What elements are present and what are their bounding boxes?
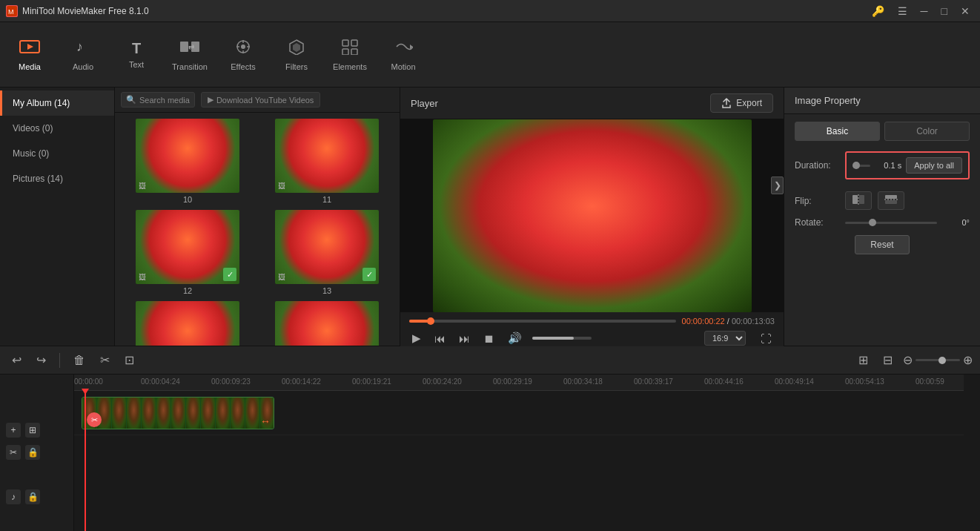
- property-section: Duration: 0.1 s Apply to all Flip:: [784, 145, 980, 266]
- split-view-button[interactable]: ⊞: [854, 350, 873, 370]
- fullscreen-button[interactable]: ⛶: [758, 331, 775, 346]
- apply-all-button[interactable]: Apply to all: [906, 157, 962, 174]
- zoom-out-button[interactable]: ⊖: [903, 353, 913, 367]
- clip-thumb: [216, 398, 231, 429]
- toolbar-item-filters[interactable]: Filters: [270, 25, 323, 85]
- progress-knob[interactable]: [427, 317, 434, 325]
- search-box[interactable]: 🔍 Search media: [121, 92, 195, 108]
- toolbar-item-text[interactable]: T Text: [110, 25, 163, 85]
- toolbar-effects-label: Effects: [231, 62, 255, 71]
- main-toolbar: Media ♪ Audio T Text ⇄ Transition Effect…: [0, 22, 980, 88]
- toolbar-item-transition[interactable]: ⇄ Transition: [163, 25, 216, 85]
- list-item[interactable]: 🖼 ✓ 14: [118, 298, 257, 346]
- lock-track-button[interactable]: 🔒: [25, 445, 40, 460]
- aspect-ratio-select[interactable]: 16:9 4:3 1:1 9:16: [704, 331, 746, 346]
- play-button[interactable]: ▶: [409, 330, 424, 346]
- timeline-tracks: ✂ ↔: [74, 391, 964, 531]
- list-item[interactable]: 🖼 ✓ 13: [257, 207, 397, 298]
- ruler-tick: 00:00:39:17: [634, 377, 673, 386]
- ruler-tick: 00:00:14:22: [282, 377, 321, 386]
- duration-knob[interactable]: [852, 162, 860, 169]
- ruler-tick: 00:00:44:16: [704, 377, 744, 386]
- check-mark: ✓: [223, 268, 236, 281]
- media-thumbnail: 🖼: [136, 119, 239, 193]
- toolbar-item-effects[interactable]: Effects: [216, 25, 270, 85]
- tab-color[interactable]: Color: [884, 122, 970, 141]
- toolbar-item-audio[interactable]: ♪ Audio: [56, 25, 110, 85]
- transition-icon: ⇄: [179, 39, 200, 59]
- next-button[interactable]: ⏭: [456, 331, 473, 346]
- playhead[interactable]: [85, 391, 86, 531]
- add-media-secondary-button[interactable]: ⊞: [25, 423, 40, 438]
- add-media-button[interactable]: +: [6, 423, 21, 438]
- cut-button[interactable]: ✂: [96, 350, 114, 370]
- sidebar-item-my-album[interactable]: My Album (14): [0, 90, 114, 116]
- property-tabs: Basic Color: [784, 114, 980, 145]
- flip-vertical-icon: [884, 194, 898, 205]
- timeline-area: ↩ ↪ 🗑 ✂ ⊡ ⊞ ⊟ ⊖ ⊕ + ⊞: [0, 346, 980, 531]
- video-clip[interactable]: ✂ ↔: [82, 397, 274, 429]
- menu-button[interactable]: ☰: [893, 4, 912, 19]
- tab-basic[interactable]: Basic: [795, 122, 880, 141]
- toolbar-item-media[interactable]: Media: [3, 25, 56, 85]
- player-area: Player Export 00:00:00:22 / 00:00:13:03: [400, 88, 784, 346]
- duration-value: 0.1 s: [875, 161, 901, 170]
- list-item[interactable]: 🖼 ✓ 12: [118, 207, 257, 298]
- effects-icon: [234, 39, 252, 59]
- right-panel: ❯ Image Property Basic Color Duration: 0…: [784, 88, 980, 346]
- left-panel: My Album (14) Videos (0) Music (0) Pictu…: [0, 88, 400, 346]
- flip-vertical-button[interactable]: [878, 191, 904, 210]
- zoom-control: ⊖ ⊕: [903, 353, 973, 367]
- sidebar-item-videos[interactable]: Videos (0): [0, 116, 114, 141]
- export-button[interactable]: Export: [710, 93, 773, 113]
- toolbar-item-elements[interactable]: Elements: [323, 25, 377, 85]
- zoom-knob[interactable]: [938, 357, 946, 364]
- duration-slider[interactable]: [852, 165, 870, 167]
- player-title: Player: [411, 98, 438, 109]
- app-title: MiniTool MovieMaker Free 8.1.0: [22, 6, 867, 16]
- duration-slider-area[interactable]: 0.1 s Apply to all: [845, 151, 970, 179]
- scissors-icon-track[interactable]: ✂: [6, 445, 21, 460]
- move-icon: ↔: [260, 415, 271, 427]
- delete-button[interactable]: 🗑: [69, 351, 90, 370]
- list-item[interactable]: 🖼 11: [257, 116, 397, 207]
- timeline-main[interactable]: 00:00:00 00:00:04:24 00:00:09:23 00:00:1…: [74, 375, 980, 531]
- key-button[interactable]: 🔑: [867, 4, 889, 19]
- youtube-download-button[interactable]: ▶ Download YouTube Videos: [201, 92, 321, 108]
- progress-bar[interactable]: [409, 320, 676, 323]
- zoom-in-button[interactable]: ⊕: [963, 353, 973, 367]
- undo-button[interactable]: ↩: [7, 350, 26, 370]
- minimize-button[interactable]: ─: [916, 4, 933, 19]
- rotate-slider[interactable]: [845, 222, 937, 224]
- toolbar-media-label: Media: [19, 62, 41, 71]
- svg-rect-21: [852, 195, 858, 204]
- volume-slider[interactable]: [532, 337, 592, 340]
- sidebar-item-pictures[interactable]: Pictures (14): [0, 166, 114, 191]
- prev-button[interactable]: ⏮: [431, 331, 448, 346]
- rotate-knob[interactable]: [869, 219, 876, 226]
- maximize-button[interactable]: □: [937, 4, 952, 19]
- list-item[interactable]: 🖼 ✓ 2: [257, 298, 397, 346]
- svg-marker-15: [293, 43, 300, 52]
- reset-button[interactable]: Reset: [855, 235, 909, 254]
- lock-audio-button[interactable]: 🔒: [25, 489, 40, 504]
- audio-track: [74, 435, 964, 465]
- redo-button[interactable]: ↪: [32, 350, 50, 370]
- image-icon: 🖼: [139, 182, 146, 190]
- flip-label: Flip:: [795, 196, 839, 206]
- toolbar-elements-label: Elements: [333, 62, 367, 71]
- ruler-tick: 00:00:34:18: [563, 377, 603, 386]
- zoom-track[interactable]: [916, 359, 960, 361]
- close-button[interactable]: ✕: [956, 4, 974, 19]
- timeline-ruler: 00:00:00 00:00:04:24 00:00:09:23 00:00:1…: [74, 375, 964, 391]
- magnetic-button[interactable]: ⊟: [878, 350, 897, 370]
- toolbar-item-motion[interactable]: Motion: [377, 25, 430, 85]
- media-thumbnail: 🖼 ✓: [275, 210, 379, 284]
- collapse-panel-button[interactable]: ❯: [771, 177, 784, 194]
- stop-button[interactable]: ⏹: [480, 331, 497, 346]
- list-item[interactable]: 🖼 10: [118, 116, 257, 207]
- volume-button[interactable]: 🔊: [505, 330, 525, 346]
- flip-horizontal-button[interactable]: [845, 191, 872, 210]
- sidebar-item-music[interactable]: Music (0): [0, 141, 114, 166]
- crop-button[interactable]: ⊡: [120, 350, 139, 370]
